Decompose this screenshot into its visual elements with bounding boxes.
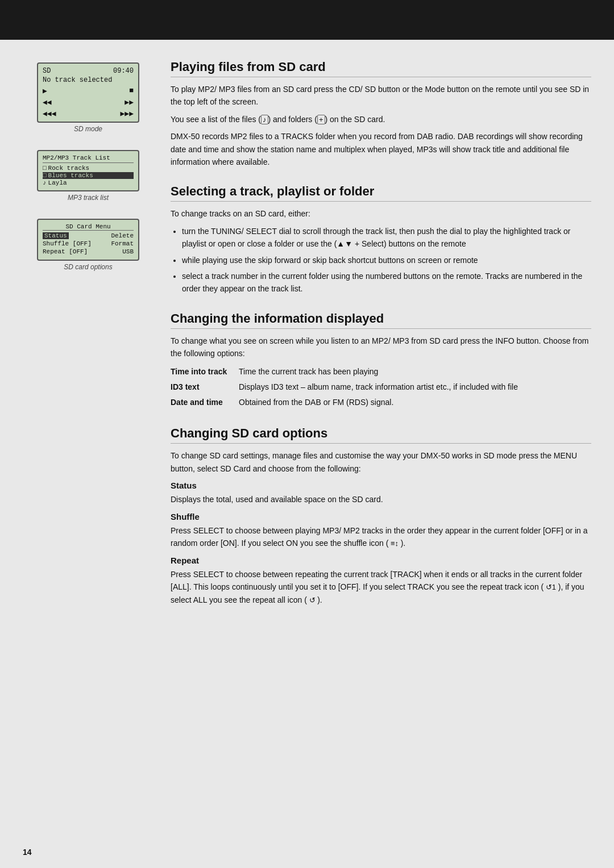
right-column: Playing files from SD card To play MP2/ … bbox=[171, 57, 591, 623]
selecting-intro: To change tracks on an SD card, either: bbox=[171, 207, 591, 220]
section-body-selecting: To change tracks on an SD card, either: … bbox=[171, 207, 591, 295]
track-item-1: □ Rock tracks bbox=[43, 165, 134, 172]
section-playing-files: Playing files from SD card To play MP2/ … bbox=[171, 60, 591, 168]
status-menu-item: Status bbox=[43, 232, 69, 239]
folder-icon-1: □ bbox=[43, 165, 47, 172]
track-label-1: Rock tracks bbox=[48, 165, 90, 172]
sd-card-menu-screen: SD Card Menu Status Delete Shuffle [OFF]… bbox=[37, 219, 139, 261]
info-row-2: ID3 text Displays ID3 text – album name,… bbox=[171, 379, 591, 395]
shuffle-menu-item: Shuffle [OFF] bbox=[43, 240, 92, 247]
playing-para-3: DMX-50 records MP2 files to a TRACKS fol… bbox=[171, 130, 591, 168]
left-column: SD 09:40 No track selected ▶ ■ ◀◀ ▶▶ ◀◀◀… bbox=[23, 57, 154, 623]
subsection-body-repeat: Press SELECT to choose between repeating… bbox=[171, 568, 591, 607]
section-body-options: To change SD card settings, manage files… bbox=[171, 449, 591, 606]
info-desc-1: Time the current track has been playing bbox=[239, 364, 591, 379]
section-title-info: Changing the information displayed bbox=[171, 311, 591, 329]
folder-icon: + bbox=[317, 115, 325, 125]
section-title-selecting: Selecting a track, playlist or folder bbox=[171, 184, 591, 202]
music-note-icon: ♪ bbox=[43, 180, 47, 186]
rewind-icon: ◀◀ bbox=[43, 98, 52, 107]
track-list-caption: MP3 track list bbox=[68, 194, 109, 202]
play-icon: ▶ bbox=[43, 86, 47, 95]
info-desc-2: Displays ID3 text – album name, track in… bbox=[239, 379, 591, 395]
repeat-all-icon: ↺ bbox=[307, 596, 317, 604]
sd-mode-screen-container: SD 09:40 No track selected ▶ ■ ◀◀ ▶▶ ◀◀◀… bbox=[23, 62, 154, 133]
info-row-1: Time into track Time the current track h… bbox=[171, 364, 591, 379]
sd-label: SD bbox=[43, 67, 51, 75]
info-label-2: ID3 text bbox=[171, 379, 239, 395]
info-label-1: Time into track bbox=[171, 364, 239, 379]
folder-icon-2: □ bbox=[43, 172, 47, 179]
info-table: Time into track Time the current track h… bbox=[171, 364, 591, 410]
skipforward-icon: ▶▶▶ bbox=[121, 109, 134, 118]
playing-para-2: You see a list of the files (♪) and fold… bbox=[171, 113, 591, 126]
section-selecting-track: Selecting a track, playlist or folder To… bbox=[171, 184, 591, 295]
menu-header: SD Card Menu bbox=[43, 223, 134, 231]
menu-row-2: Shuffle [OFF] Format bbox=[43, 240, 134, 247]
section-body-info: To change what you see on screen while y… bbox=[171, 335, 591, 411]
delete-menu-item: Delete bbox=[111, 232, 134, 239]
sd-controls-3: ◀◀◀ ▶▶▶ bbox=[43, 109, 134, 118]
section-changing-info: Changing the information displayed To ch… bbox=[171, 311, 591, 411]
section-title-options: Changing SD card options bbox=[171, 426, 591, 444]
section-body-playing: To play MP2/ MP3 files from an SD card p… bbox=[171, 83, 591, 168]
repeat-menu-item: Repeat [OFF] bbox=[43, 248, 88, 255]
playing-para-1: To play MP2/ MP3 files from an SD card p… bbox=[171, 83, 591, 108]
subsection-title-repeat: Repeat bbox=[171, 556, 591, 565]
options-intro: To change SD card settings, manage files… bbox=[171, 449, 591, 475]
sd-controls-2: ◀◀ ▶▶ bbox=[43, 98, 134, 107]
format-menu-item: Format bbox=[111, 240, 134, 247]
sd-controls: ▶ ■ bbox=[43, 86, 134, 95]
track-label-3: Layla bbox=[48, 180, 67, 186]
subsection-body-shuffle: Press SELECT to choose between playing M… bbox=[171, 524, 591, 550]
track-list-screen-container: MP2/MP3 Track List □ Rock tracks □ Blues… bbox=[23, 150, 154, 202]
repeat-track-icon: ↺1 bbox=[544, 583, 558, 591]
selecting-bullets: turn the TUNING/ SELECT dial to scroll t… bbox=[182, 225, 591, 295]
track-item-2: □ Blues tracks bbox=[43, 172, 134, 179]
page-number: 14 bbox=[23, 848, 32, 857]
stop-icon: ■ bbox=[129, 86, 134, 95]
track-status: No track selected bbox=[43, 76, 134, 84]
selecting-bullet-2: while playing use the skip forward or sk… bbox=[182, 254, 591, 266]
info-row-3: Date and time Obtained from the DAB or F… bbox=[171, 395, 591, 410]
sd-menu-caption: SD card options bbox=[64, 263, 112, 271]
section-sd-options: Changing SD card options To change SD ca… bbox=[171, 426, 591, 606]
track-item-3: ♪ Layla bbox=[43, 180, 134, 186]
top-banner bbox=[0, 0, 614, 40]
track-list-header: MP2/MP3 Track List bbox=[43, 155, 134, 163]
fastforward-icon: ▶▶ bbox=[125, 98, 134, 107]
file-icon: ♪ bbox=[261, 115, 268, 125]
info-label-3: Date and time bbox=[171, 395, 239, 410]
track-label-2: Blues tracks bbox=[48, 172, 93, 179]
subsection-title-shuffle: Shuffle bbox=[171, 512, 591, 521]
sd-mode-caption: SD mode bbox=[74, 125, 102, 133]
usb-menu-item: USB bbox=[122, 248, 134, 255]
info-desc-3: Obtained from the DAB or FM (RDS) signal… bbox=[239, 395, 591, 410]
sd-mode-screen: SD 09:40 No track selected ▶ ■ ◀◀ ▶▶ ◀◀◀… bbox=[37, 62, 139, 123]
selecting-bullet-1: turn the TUNING/ SELECT dial to scroll t… bbox=[182, 225, 591, 251]
subsection-body-status: Displays the total, used and available s… bbox=[171, 493, 591, 506]
sd-menu-screen-container: SD Card Menu Status Delete Shuffle [OFF]… bbox=[23, 219, 154, 271]
selecting-bullet-3: select a track number in the current fol… bbox=[182, 270, 591, 295]
section-title-playing: Playing files from SD card bbox=[171, 60, 591, 77]
subsection-title-status: Status bbox=[171, 481, 591, 490]
skipback-icon: ◀◀◀ bbox=[43, 109, 56, 118]
menu-row-1: Status Delete bbox=[43, 232, 134, 239]
shuffle-icon: ≡↕ bbox=[388, 539, 400, 548]
menu-row-3: Repeat [OFF] USB bbox=[43, 248, 134, 255]
track-list-screen: MP2/MP3 Track List □ Rock tracks □ Blues… bbox=[37, 150, 139, 191]
info-intro: To change what you see on screen while y… bbox=[171, 335, 591, 360]
sd-time: 09:40 bbox=[113, 67, 134, 75]
